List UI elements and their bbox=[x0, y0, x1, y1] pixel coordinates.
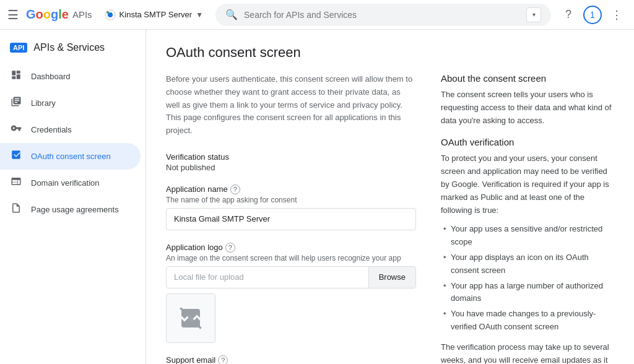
sidebar-item-page-usage[interactable]: Page usage agreements bbox=[0, 196, 141, 223]
app-name-help-icon[interactable]: ? bbox=[230, 184, 240, 194]
credentials-icon bbox=[10, 123, 22, 137]
oauth-verification-title: OAuth verification bbox=[441, 137, 614, 147]
bullet-item-0: Your app uses a sensitive and/or restric… bbox=[441, 223, 614, 249]
sidebar-label-dashboard: Dashboard bbox=[31, 72, 71, 81]
main-content: OAuth consent screen Before your users a… bbox=[146, 30, 634, 364]
no-image-icon bbox=[178, 306, 203, 331]
domain-icon bbox=[10, 176, 22, 190]
app-layout: API APIs & Services Dashboard Library Cr… bbox=[0, 30, 634, 364]
app-logo-desc: An image on the consent screen that will… bbox=[166, 254, 416, 262]
usage-icon bbox=[10, 202, 22, 217]
verification-status-section: Verification status Not published bbox=[166, 152, 416, 172]
oauth-weeks-text: The verification process may take up to … bbox=[441, 341, 614, 364]
verification-status-label: Verification status bbox=[166, 152, 416, 162]
file-upload-placeholder: Local file for upload bbox=[167, 272, 368, 282]
project-selector[interactable]: Kinsta SMTP Server ▼ bbox=[100, 7, 208, 23]
help-button[interactable]: ? bbox=[558, 5, 578, 25]
content-right: About the consent screen The consent scr… bbox=[441, 73, 614, 364]
project-dot-icon bbox=[105, 9, 116, 20]
image-placeholder bbox=[166, 293, 215, 343]
sidebar-item-oauth-consent[interactable]: OAuth consent screen bbox=[0, 143, 141, 170]
bullet-item-3: You have made changes to a previously-ve… bbox=[441, 308, 614, 334]
google-apis-logo: Google APIs bbox=[26, 7, 92, 22]
library-icon bbox=[10, 96, 22, 110]
logo-apis-text: APIs bbox=[72, 9, 92, 20]
api-badge: API bbox=[10, 43, 27, 53]
file-upload-row: Local file for upload Browse bbox=[166, 266, 416, 288]
app-logo-label: Application logo ? bbox=[166, 243, 416, 253]
sidebar-item-domain-verification[interactable]: Domain verification bbox=[0, 170, 141, 196]
consent-screen-title: About the consent screen bbox=[441, 73, 614, 84]
browse-button[interactable]: Browse bbox=[368, 267, 415, 288]
user-avatar[interactable]: 1 bbox=[583, 6, 602, 24]
content-left: Before your users authenticate, this con… bbox=[166, 73, 416, 364]
sidebar-title: APIs & Services bbox=[33, 42, 105, 53]
sidebar-label-library: Library bbox=[31, 98, 56, 108]
search-arrow-btn[interactable]: ▾ bbox=[526, 7, 541, 22]
search-icon: 🔍 bbox=[225, 9, 238, 20]
search-input[interactable] bbox=[244, 10, 520, 20]
search-bar: 🔍 ▾ bbox=[215, 4, 551, 26]
app-logo-help-icon[interactable]: ? bbox=[225, 243, 235, 253]
verification-status-value: Not published bbox=[166, 163, 416, 172]
sidebar-label-page-usage: Page usage agreements bbox=[31, 205, 119, 214]
sidebar-item-library[interactable]: Library bbox=[0, 90, 141, 116]
app-name-section: Application name ? The name of the app a… bbox=[166, 184, 416, 230]
dashboard-icon bbox=[10, 69, 22, 84]
sidebar-item-dashboard[interactable]: Dashboard bbox=[0, 63, 141, 90]
project-dropdown-icon[interactable]: ▼ bbox=[196, 11, 203, 19]
oauth-bullets-list: Your app uses a sensitive and/or restric… bbox=[441, 223, 614, 333]
oauth-icon bbox=[10, 149, 22, 163]
sidebar-label-domain-verification: Domain verification bbox=[31, 178, 100, 188]
more-menu-button[interactable]: ⋮ bbox=[607, 5, 627, 25]
page-title: OAuth consent screen bbox=[166, 45, 614, 61]
bullet-item-2: Your app has a large number of authorize… bbox=[441, 280, 614, 306]
intro-text: Before your users authenticate, this con… bbox=[166, 73, 416, 137]
support-email-section: Support email ? Shown on the consent scr… bbox=[166, 355, 416, 364]
sidebar-item-credentials[interactable]: Credentials bbox=[0, 116, 141, 143]
menu-icon[interactable]: ☰ bbox=[7, 7, 19, 22]
sidebar: API APIs & Services Dashboard Library Cr… bbox=[0, 30, 146, 364]
bullet-item-1: Your app displays an icon on its OAuth c… bbox=[441, 251, 614, 277]
support-email-label: Support email ? bbox=[166, 355, 416, 364]
sidebar-label-oauth-consent: OAuth consent screen bbox=[31, 152, 111, 161]
svg-point-2 bbox=[106, 11, 109, 14]
app-name-desc: The name of the app asking for consent bbox=[166, 196, 416, 204]
consent-screen-text: The consent screen tells your users who … bbox=[441, 89, 614, 127]
sidebar-header: API APIs & Services bbox=[0, 35, 145, 63]
content-layout: Before your users authenticate, this con… bbox=[166, 73, 614, 364]
app-name-label: Application name ? bbox=[166, 184, 416, 194]
sidebar-label-credentials: Credentials bbox=[31, 125, 72, 134]
project-name: Kinsta SMTP Server bbox=[119, 10, 193, 19]
app-logo-section: Application logo ? An image on the conse… bbox=[166, 243, 416, 343]
topbar-actions: ? 1 ⋮ bbox=[558, 5, 627, 25]
support-email-help-icon[interactable]: ? bbox=[218, 355, 228, 364]
oauth-intro-text: To protect you and your users, your cons… bbox=[441, 152, 614, 217]
topbar: ☰ Google APIs Kinsta SMTP Server ▼ 🔍 ▾ ?… bbox=[0, 0, 634, 30]
app-name-input[interactable] bbox=[166, 208, 416, 230]
